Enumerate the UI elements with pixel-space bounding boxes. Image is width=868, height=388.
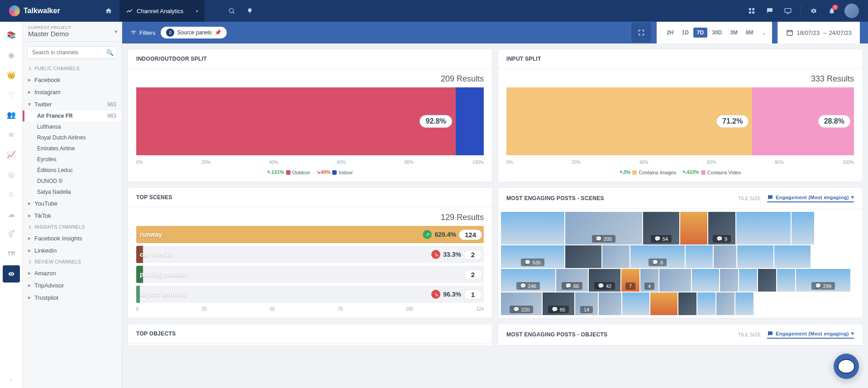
- chevron-down-icon[interactable]: ⌄: [762, 30, 766, 36]
- time-opt-7d[interactable]: 7D: [693, 28, 707, 38]
- rail-expand-icon[interactable]: ›: [10, 376, 12, 383]
- sub-air-france[interactable]: Air France FR963: [23, 110, 122, 121]
- scene-bar-car-interior[interactable]: car interior ↘ 33.3% 2: [136, 246, 484, 263]
- time-opt-6m[interactable]: 6M: [742, 28, 757, 38]
- sort-dropdown[interactable]: Engagement (Most engaging) ▾: [767, 331, 854, 339]
- monitor-icon[interactable]: [779, 2, 797, 20]
- post-tile[interactable]: [758, 269, 776, 292]
- post-tile[interactable]: [602, 245, 630, 268]
- search-icon[interactable]: [223, 2, 241, 20]
- rail-target-icon[interactable]: ◎: [3, 166, 20, 183]
- post-tile[interactable]: 7: [621, 269, 639, 292]
- sort-dropdown[interactable]: Engagement (Most engaging) ▾: [767, 194, 854, 202]
- bar-segment-indoor[interactable]: [456, 87, 484, 155]
- post-tile[interactable]: 💬 535: [501, 245, 564, 268]
- bar-segment-outdoor[interactable]: 92.8%: [136, 87, 456, 155]
- post-tile[interactable]: 💬 42: [589, 269, 620, 292]
- post-tile[interactable]: 14: [575, 292, 598, 315]
- search-input[interactable]: [27, 46, 117, 59]
- post-tile[interactable]: 💬 299: [796, 269, 850, 292]
- post-tile[interactable]: [565, 245, 601, 268]
- section-insights-channels[interactable]: ⇳ INSIGHTS CHANNELS: [23, 222, 122, 232]
- post-tile[interactable]: 4: [640, 269, 658, 292]
- channel-linkedin[interactable]: ▶LinkedIn: [23, 244, 122, 257]
- post-tile[interactable]: [735, 292, 754, 315]
- rail-trend-icon[interactable]: 📈: [3, 146, 20, 163]
- post-tile[interactable]: 💬 9: [708, 212, 735, 244]
- bar-segment-images[interactable]: 71.2%: [506, 87, 752, 155]
- channel-facebook[interactable]: ▶Facebook: [23, 74, 122, 86]
- post-tile[interactable]: [716, 292, 734, 315]
- section-selector[interactable]: Channel Analytics ▾: [119, 0, 205, 22]
- rail-stream-icon[interactable]: ≋: [3, 126, 20, 143]
- apps-icon[interactable]: [743, 2, 761, 20]
- post-tile[interactable]: 💬 54: [643, 212, 679, 244]
- section-public-channels[interactable]: ⇳ PUBLIC CHANNELS: [23, 63, 122, 74]
- sub-nadella[interactable]: Satya Nadella: [23, 187, 122, 197]
- rail-people-icon[interactable]: 👥: [3, 106, 20, 123]
- lightbulb-icon[interactable]: [241, 2, 259, 20]
- post-tile[interactable]: [692, 269, 719, 292]
- chat-widget[interactable]: [834, 354, 859, 379]
- gear-icon[interactable]: [805, 2, 823, 20]
- time-opt-1d[interactable]: 1D: [678, 28, 692, 38]
- post-tile[interactable]: 💬 8: [630, 245, 685, 268]
- channel-tripadvisor[interactable]: ▶TripAdvisor: [23, 279, 122, 292]
- post-tile[interactable]: [678, 292, 696, 315]
- rail-map-icon[interactable]: 🗺: [3, 245, 20, 263]
- post-tile[interactable]: [599, 292, 621, 315]
- rail-gender-icon[interactable]: ⚥: [3, 225, 20, 243]
- rail-crown-icon[interactable]: 👑: [3, 66, 20, 83]
- channel-tiktok[interactable]: ▶TikTok: [23, 210, 122, 222]
- rail-eye-icon[interactable]: [3, 265, 20, 283]
- scene-bar-parking[interactable]: parking outdoor 2: [136, 266, 484, 283]
- sub-eyrolles[interactable]: Eyrolles: [23, 154, 122, 165]
- post-tile[interactable]: [697, 292, 715, 315]
- sub-klm[interactable]: Royal Dutch Airlines: [23, 132, 122, 143]
- sub-leduc[interactable]: Éditions Leduc: [23, 165, 122, 176]
- rail-dashboard-icon[interactable]: ◉: [3, 46, 20, 63]
- rail-heart-icon[interactable]: ♡: [3, 86, 20, 103]
- post-tile[interactable]: [501, 212, 564, 244]
- channel-fb-insights[interactable]: ▶Facebook Insights: [23, 232, 122, 244]
- post-tile[interactable]: 💬 220: [501, 292, 542, 315]
- source-panels-chip[interactable]: 0 Source panels 📌: [161, 27, 227, 38]
- post-tile[interactable]: [774, 245, 811, 268]
- post-tile[interactable]: [792, 212, 814, 244]
- time-opt-2h[interactable]: 2H: [663, 28, 677, 38]
- post-tile[interactable]: [622, 292, 649, 315]
- time-opt-3m[interactable]: 3M: [726, 28, 741, 38]
- home-icon[interactable]: [100, 2, 118, 20]
- channel-instagram[interactable]: ▶Instagram: [23, 86, 122, 98]
- brand-logo[interactable]: Talkwalker: [9, 5, 100, 16]
- post-tile[interactable]: [686, 245, 713, 268]
- post-tile[interactable]: [714, 245, 736, 268]
- rail-smile-icon[interactable]: ☺: [3, 186, 20, 203]
- post-tile[interactable]: [737, 245, 773, 268]
- project-selector[interactable]: CURRENT PROJECT Master Demo ▾: [23, 22, 122, 42]
- sub-emirates[interactable]: Emirates Airline: [23, 143, 122, 154]
- post-tile[interactable]: [720, 269, 738, 292]
- post-tile[interactable]: [659, 269, 691, 292]
- channel-youtube[interactable]: ▶YouTube: [23, 197, 122, 210]
- channel-twitter[interactable]: ▶Twitter963: [23, 98, 122, 110]
- post-tile[interactable]: [777, 269, 795, 292]
- channel-trustpilot[interactable]: ▶Trustpilot: [23, 292, 122, 304]
- post-tile[interactable]: [736, 212, 791, 244]
- post-tile[interactable]: [739, 269, 757, 292]
- post-tile[interactable]: 💬 246: [501, 269, 555, 292]
- avatar[interactable]: [844, 4, 859, 18]
- post-tile[interactable]: 💬 66: [556, 269, 588, 292]
- notifications-icon[interactable]: 0: [823, 2, 841, 20]
- rail-cloud-icon[interactable]: ☁: [3, 206, 20, 223]
- channel-amazon[interactable]: ▶Amazon: [23, 267, 122, 279]
- time-opt-30d[interactable]: 30D: [708, 28, 725, 38]
- outbox-icon[interactable]: [761, 2, 779, 20]
- fullscreen-icon[interactable]: [631, 23, 651, 43]
- sub-lufthansa[interactable]: Lufthansa: [23, 121, 122, 132]
- post-tile[interactable]: 💬 205: [565, 212, 642, 244]
- section-review-channels[interactable]: ⇳ REVIEW CHANNELS: [23, 257, 122, 267]
- scene-bar-runway[interactable]: runway ↗ 629.4% 124: [136, 226, 484, 243]
- bar-segment-video[interactable]: 28.8%: [752, 87, 854, 155]
- post-tile[interactable]: [680, 212, 707, 244]
